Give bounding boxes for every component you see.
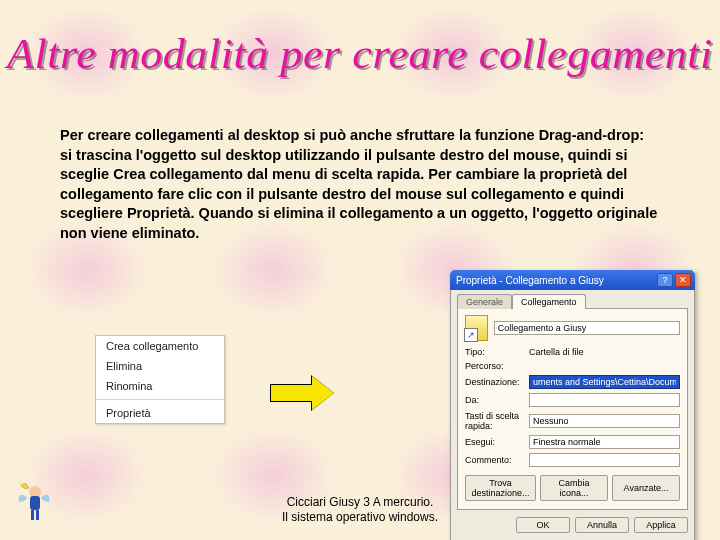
menu-item-create-link[interactable]: Crea collegamento <box>96 336 224 356</box>
label-percorso: Percorso: <box>465 361 525 371</box>
hotkey-field[interactable] <box>529 414 680 428</box>
label-tasti: Tasti di scelta rapida: <box>465 411 525 431</box>
tab-general[interactable]: Generale <box>457 294 512 309</box>
label-commento: Commento: <box>465 455 525 465</box>
destination-field[interactable] <box>529 375 680 389</box>
body-paragraph: Per creare collegamenti al desktop si pu… <box>60 126 660 243</box>
footer-line-1: Cicciari Giusy 3 A mercurio. <box>0 495 720 511</box>
menu-item-rename[interactable]: Rinomina <box>96 376 224 396</box>
menu-separator <box>96 399 224 400</box>
label-destinazione: Destinazione: <box>465 377 525 387</box>
footer-line-2: Il sistema operativo windows. <box>0 510 720 526</box>
label-da: Da: <box>465 395 525 405</box>
context-menu: Crea collegamento Elimina Rinomina Propr… <box>95 335 225 424</box>
close-button[interactable]: ✕ <box>675 273 691 287</box>
slide-title: Altre modalità per creare collegamenti <box>0 30 720 78</box>
da-field[interactable] <box>529 393 680 407</box>
comment-field[interactable] <box>529 453 680 467</box>
arrow-icon <box>270 376 334 410</box>
tab-strip: Generale Collegamento <box>457 294 688 309</box>
label-tipo: Tipo: <box>465 347 525 357</box>
shortcut-folder-icon <box>465 315 488 341</box>
link-name-field[interactable] <box>494 321 680 335</box>
help-button[interactable]: ? <box>657 273 673 287</box>
run-field[interactable] <box>529 435 680 449</box>
tab-link[interactable]: Collegamento <box>512 294 586 309</box>
value-tipo: Cartella di file <box>529 347 680 357</box>
slide-footer: Cicciari Giusy 3 A mercurio. Il sistema … <box>0 495 720 526</box>
dialog-title: Proprietà - Collegamento a Giusy <box>456 275 657 286</box>
tab-panel: Tipo: Cartella di file Percorso: Destina… <box>457 308 688 510</box>
menu-item-properties[interactable]: Proprietà <box>96 403 224 423</box>
dialog-titlebar: Proprietà - Collegamento a Giusy ? ✕ <box>450 270 695 290</box>
menu-item-delete[interactable]: Elimina <box>96 356 224 376</box>
label-esegui: Esegui: <box>465 437 525 447</box>
